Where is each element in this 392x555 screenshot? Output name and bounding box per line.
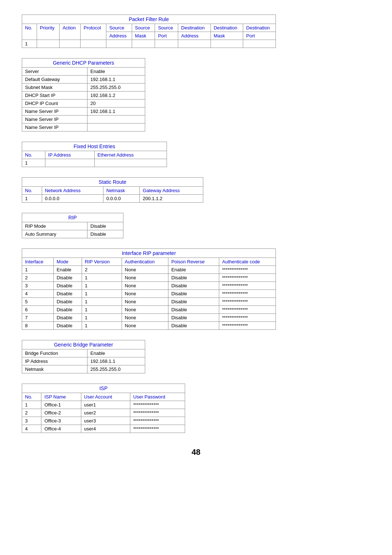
rip-section: RIP RIP Mode Disable Auto Summary Disabl… xyxy=(22,213,370,238)
table-row: 4 Disable 1 None Disable ************** xyxy=(22,290,276,298)
sr-col-no: No. xyxy=(22,187,42,195)
ir-col-auth: Authentication xyxy=(122,258,168,266)
sr-col-gateway: Gateway Address xyxy=(140,187,203,195)
table-row: 1 Enable 2 None Enable ************** xyxy=(22,266,276,274)
table-row: Netmask 255.255.255.0 xyxy=(22,365,145,373)
bridge-section: Generic Bridge Parameter Bridge Function… xyxy=(22,340,370,373)
isp-title: ISP xyxy=(22,384,185,393)
isp-col-password: User Password xyxy=(130,393,185,401)
table-row: 3 Disable 1 None Disable ************** xyxy=(22,282,276,290)
table-row: 1 Office-1 user1 ************** xyxy=(22,401,185,409)
isp-table: ISP No. ISP Name User Account User Passw… xyxy=(22,384,185,433)
table-row: Server Enable xyxy=(22,68,145,76)
pf-col-src-addr-1: Source xyxy=(106,24,132,32)
table-row: Subnet Mask 255.255.255.0 xyxy=(22,84,145,92)
table-row: 2 Office-2 user2 ************** xyxy=(22,409,185,417)
fixed-host-section: Fixed Host Entries No. IP Address Ethern… xyxy=(22,142,370,167)
bridge-title: Generic Bridge Parameter xyxy=(22,340,145,349)
table-row: RIP Mode Disable xyxy=(22,222,123,230)
table-row: 5 Disable 1 None Disable ************** xyxy=(22,298,276,306)
dhcp-section: Generic DHCP Parameters Server Enable De… xyxy=(22,58,370,131)
pf-col-dst-port-2: Port xyxy=(243,32,276,40)
fixed-host-title: Fixed Host Entries xyxy=(22,142,167,151)
interface-rip-section: Interface RIP parameter Interface Mode R… xyxy=(22,248,370,330)
ir-col-version: RIP Version xyxy=(82,258,122,266)
fh-col-no: No. xyxy=(22,151,45,159)
pf-col-src-port-2: Port xyxy=(155,32,178,40)
table-row: Name Server IP xyxy=(22,116,145,123)
ir-col-mode: Mode xyxy=(54,258,82,266)
packet-filter-section: Packet Filter Rule No. Priority Action P… xyxy=(22,15,370,48)
table-row: 8 Disable 1 None Disable ************** xyxy=(22,322,276,330)
dhcp-title: Generic DHCP Parameters xyxy=(22,58,145,68)
pf-col-dst-mask-2: Mask xyxy=(211,32,243,40)
table-row: Name Server IP xyxy=(22,123,145,131)
table-row: Default Gateway 192.168.1.1 xyxy=(22,76,145,84)
table-row: DHCP IP Count 20 xyxy=(22,100,145,108)
sr-col-network: Network Address xyxy=(42,187,103,195)
table-row: 3 Office-3 user3 ************** xyxy=(22,417,185,425)
pf-col-dst-port-1: Destination xyxy=(243,24,276,32)
page-number: 48 xyxy=(22,447,370,457)
table-row: 2 Disable 1 None Disable ************** xyxy=(22,274,276,282)
sr-col-netmask: Netmask xyxy=(103,187,140,195)
packet-filter-title: Packet Filter Rule xyxy=(22,15,276,24)
rip-table: RIP RIP Mode Disable Auto Summary Disabl… xyxy=(22,213,123,238)
pf-col-src-port-1: Source xyxy=(155,24,178,32)
ir-col-poison: Poison Reverse xyxy=(168,258,219,266)
static-route-title: Static Route xyxy=(22,178,203,187)
dhcp-table: Generic DHCP Parameters Server Enable De… xyxy=(22,58,145,131)
pf-col-priority: Priority xyxy=(37,24,60,40)
pf-col-dst-mask-1: Destination xyxy=(211,24,243,32)
table-row: IP Address 192.168.1.1 xyxy=(22,357,145,365)
static-route-section: Static Route No. Network Address Netmask… xyxy=(22,177,370,203)
table-row: 1 xyxy=(22,159,167,167)
interface-rip-table: Interface RIP parameter Interface Mode R… xyxy=(22,248,276,330)
pf-col-action: Action xyxy=(60,24,81,40)
ir-col-interface: Interface xyxy=(22,258,54,266)
pf-col-dst-addr-1: Destination xyxy=(178,24,211,32)
ir-col-authcode: Authenticate code xyxy=(219,258,276,266)
table-row: 4 Office-4 user4 ************** xyxy=(22,425,185,433)
pf-col-protocol: Protocol xyxy=(81,24,106,40)
interface-rip-title: Interface RIP parameter xyxy=(22,249,276,258)
static-route-table: Static Route No. Network Address Netmask… xyxy=(22,177,203,203)
pf-col-src-mask-1: Source xyxy=(132,24,155,32)
fh-col-eth: Ethernet Address xyxy=(94,151,167,159)
rip-title: RIP xyxy=(22,213,123,222)
isp-col-account: User Account xyxy=(81,393,130,401)
table-row: Auto Summary Disable xyxy=(22,230,123,238)
pf-col-dst-addr-2: Address xyxy=(178,32,211,40)
table-row: Bridge Function Enable xyxy=(22,349,145,357)
fh-col-ip: IP Address xyxy=(45,151,94,159)
packet-filter-table: Packet Filter Rule No. Priority Action P… xyxy=(22,15,276,48)
isp-col-name: ISP Name xyxy=(41,393,81,401)
table-row: Name Server IP 192.168.1.1 xyxy=(22,108,145,116)
table-row: DHCP Start IP 192.168.1.2 xyxy=(22,92,145,100)
fixed-host-table: Fixed Host Entries No. IP Address Ethern… xyxy=(22,142,167,167)
table-row: 1 xyxy=(22,40,276,48)
table-row: 6 Disable 1 None Disable ************** xyxy=(22,306,276,314)
isp-section: ISP No. ISP Name User Account User Passw… xyxy=(22,384,370,433)
pf-col-src-addr-2: Address xyxy=(106,32,132,40)
isp-col-no: No. xyxy=(22,393,41,401)
bridge-table: Generic Bridge Parameter Bridge Function… xyxy=(22,340,145,373)
pf-col-no: No. xyxy=(22,24,37,40)
table-row: 7 Disable 1 None Disable ************** xyxy=(22,314,276,322)
pf-col-src-mask-2: Mask xyxy=(132,32,155,40)
table-row: 1 0.0.0.0 0.0.0.0 200.1.1.2 xyxy=(22,195,203,203)
